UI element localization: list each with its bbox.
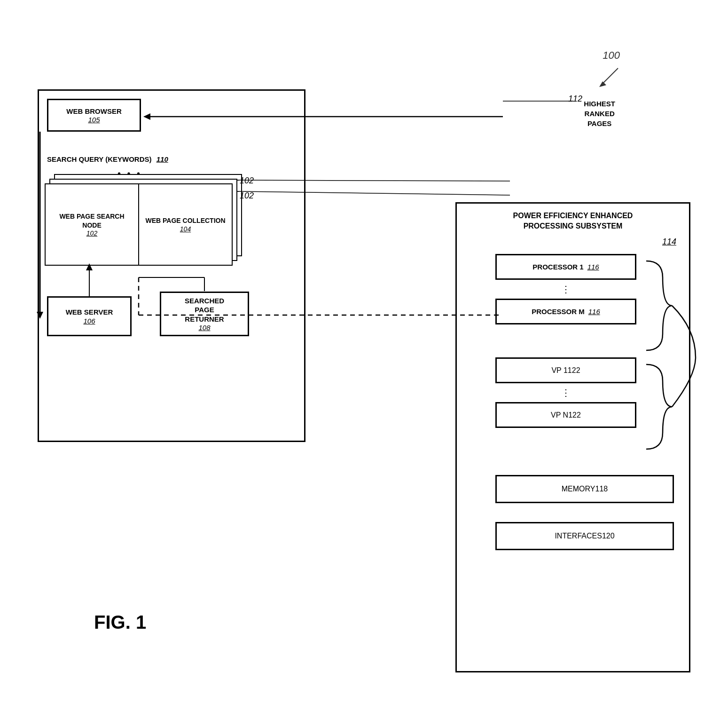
web-page-search-node-label: WEB PAGE SEARCH NODE [50, 212, 133, 229]
searched-page-ref: 108 [198, 324, 210, 332]
page-stack-right: WEB PAGE COLLECTION 104 [139, 184, 232, 265]
processorM-label: PROCESSOR M [532, 308, 585, 316]
processor1-box: PROCESSOR 1 116 [495, 254, 636, 280]
power-subsystem-title: POWER EFFICIENCY ENHANCED PROCESSING SUB… [460, 211, 686, 232]
vp-group: VP 1 122 ⋮ VP N 122 [495, 357, 674, 428]
memory-box: MEMORY 118 [495, 475, 674, 503]
vpN-ref: 122 [568, 411, 581, 419]
ref-112-label: 112 [568, 94, 582, 104]
page-stack-front: WEB PAGE SEARCH NODE 102 WEB PAGE COLLEC… [45, 183, 233, 266]
vpN-box: VP N 122 [495, 402, 636, 428]
diagram: 100 WEB BROWSER 105 SEARCH QUERY (KEYWOR… [0, 0, 728, 727]
svg-marker-1 [599, 81, 606, 87]
web-server-ref: 106 [83, 317, 95, 325]
searched-page-label: SEARCHED PAGE RETURNER [185, 296, 224, 324]
fig-label: FIG. 1 [94, 612, 146, 633]
web-page-collection-ref: 104 [180, 225, 191, 233]
ref-100-label: 100 [603, 49, 620, 62]
proc-dots: ⋮ [495, 280, 636, 299]
ref-102-mid: 102 [240, 191, 254, 201]
vp1-label: VP 1 [551, 366, 567, 375]
svg-line-0 [602, 68, 618, 85]
highest-ranked-label: HIGHESTRANKEDPAGES [584, 99, 615, 128]
searched-page-returner-box: SEARCHED PAGE RETURNER 108 [160, 292, 249, 336]
memory-label: MEMORY [562, 485, 595, 493]
vp-dots: ⋮ [495, 383, 636, 402]
processor1-ref: 116 [587, 263, 599, 271]
web-browser-box: WEB BROWSER 105 [47, 99, 141, 132]
stacked-pages-group: WEB PAGE SEARCH NODE 102 WEB PAGE COLLEC… [45, 174, 247, 268]
web-page-collection-label: WEB PAGE COLLECTION [145, 216, 225, 225]
processor1-label: PROCESSOR 1 [532, 263, 583, 271]
interfaces-label: INTERFACES [555, 532, 602, 540]
processorM-box: PROCESSOR M 116 [495, 299, 636, 324]
web-browser-ref: 105 [88, 116, 100, 124]
vp1-box: VP 1 122 [495, 357, 636, 383]
processorM-ref: 116 [588, 308, 600, 316]
processor-group: PROCESSOR 1 116 ⋮ PROCESSOR M 116 [495, 254, 674, 324]
memory-ref: 118 [595, 485, 608, 493]
web-page-search-node-ref: 102 [86, 229, 97, 237]
page-stack-left: WEB PAGE SEARCH NODE 102 [46, 184, 139, 265]
interfaces-ref: 120 [602, 532, 615, 540]
web-browser-label: WEB BROWSER [66, 107, 122, 116]
web-server-label: WEB SERVER [66, 308, 113, 317]
vpN-label: VP N [551, 411, 568, 419]
power-subsystem-ref: 114 [662, 237, 676, 247]
web-server-box: WEB SERVER 106 [47, 296, 132, 336]
vp1-ref: 122 [568, 366, 580, 375]
ref-102-top: 102 [240, 176, 254, 186]
search-query-label: SEARCH QUERY (KEYWORDS) 110 [47, 155, 168, 163]
interfaces-box: INTERFACES 120 [495, 522, 674, 550]
